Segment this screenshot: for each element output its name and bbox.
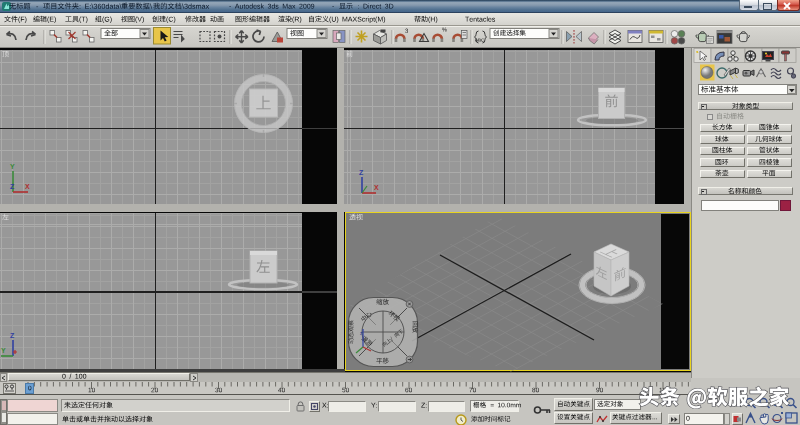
svg-text:Z: Z — [10, 183, 15, 190]
svg-text:Z: Z — [359, 169, 364, 176]
svg-text:Y: Y — [1, 347, 6, 354]
svg-text:X: X — [374, 184, 379, 191]
svg-text:X: X — [25, 183, 30, 190]
svg-text:Z: Z — [10, 332, 15, 339]
svg-text:Y: Y — [10, 163, 15, 170]
